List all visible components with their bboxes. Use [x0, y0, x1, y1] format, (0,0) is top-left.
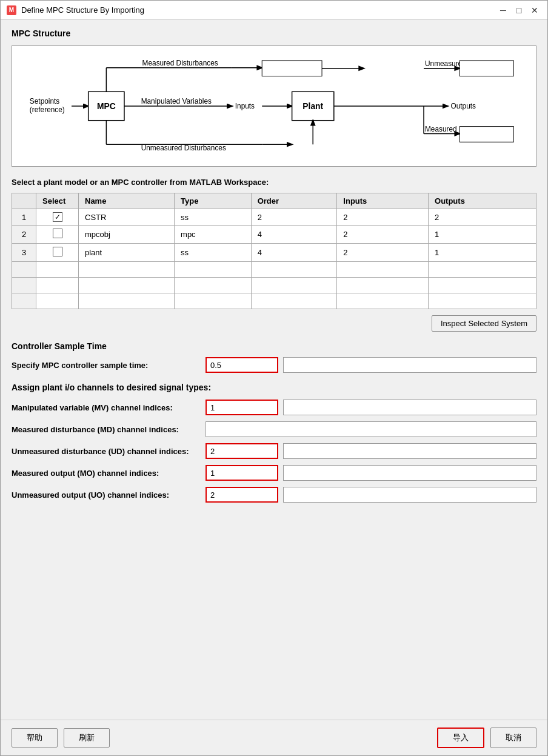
svg-text:Measured Disturbances: Measured Disturbances	[142, 59, 218, 67]
svg-text:Outputs: Outputs	[450, 102, 476, 110]
uo-input-rest	[283, 487, 536, 503]
col-header-outputs: Outputs	[429, 193, 536, 209]
row-2-inputs: 2	[337, 226, 429, 244]
svg-rect-31	[459, 61, 513, 76]
uo-label: Unmeasured output (UO) channel indices:	[12, 490, 206, 500]
mv-channel-row: Manipulated variable (MV) channel indice…	[12, 400, 536, 415]
mo-label: Measured output (MO) channel indices:	[12, 469, 206, 478]
row-1-name: CSTR	[79, 209, 175, 226]
md-input[interactable]	[206, 421, 536, 437]
app-icon: M	[7, 5, 16, 15]
uo-input[interactable]	[206, 487, 278, 503]
diagram-svg: Setpoints (reference) MPC Measured Distu	[22, 56, 526, 156]
row-2-select[interactable]	[36, 226, 79, 244]
workspace-table: Select Name Type Order Inputs Outputs 1 …	[12, 193, 536, 309]
row-1-inputs: 2	[337, 209, 429, 226]
cancel-button[interactable]: 取消	[490, 728, 536, 748]
row-2-num: 2	[12, 226, 36, 244]
row-3-type: ss	[175, 244, 252, 262]
md-channel-row: Measured disturbance (MD) channel indice…	[12, 421, 536, 437]
main-content: MPC Structure Setpoints (reference) MPC	[1, 20, 547, 720]
row-2-outputs: 1	[429, 226, 536, 244]
bottom-right-buttons: 导入 取消	[437, 728, 536, 748]
col-header-order: Order	[251, 193, 337, 209]
row-2-order: 4	[251, 226, 337, 244]
col-header-name: Name	[79, 193, 175, 209]
mo-input-rest	[283, 465, 536, 481]
assign-label: Assign plant i/o channels to desired sig…	[12, 383, 536, 392]
help-button[interactable]: 帮助	[12, 728, 58, 748]
row-2-type: mpc	[175, 226, 252, 244]
table-row: 3 plant ss 4 2 1	[12, 244, 536, 262]
row-1-type: ss	[175, 209, 252, 226]
ud-channel-row: Unmeasured disturbance (UD) channel indi…	[12, 443, 536, 459]
ud-input[interactable]	[206, 443, 278, 459]
row-1-select[interactable]: ✓	[36, 209, 79, 226]
svg-text:Plant: Plant	[302, 101, 323, 111]
svg-text:(reference): (reference)	[30, 105, 65, 114]
mv-input[interactable]	[206, 400, 278, 415]
workspace-label: Select a plant model or an MPC controlle…	[12, 178, 536, 187]
row-3-num: 3	[12, 244, 36, 262]
row-3-name: plant	[79, 244, 175, 262]
sample-time-title: Controller Sample Time	[12, 341, 536, 351]
sample-time-section: Controller Sample Time Specify MPC contr…	[12, 341, 536, 373]
maximize-button[interactable]: □	[512, 4, 526, 17]
row-3-order: 4	[251, 244, 337, 262]
refresh-button[interactable]: 刷新	[64, 728, 110, 748]
diagram-area: Setpoints (reference) MPC Measured Distu	[12, 45, 536, 167]
table-row: 1 ✓ CSTR ss 2 2 2	[12, 209, 536, 226]
bottom-bar: 帮助 刷新 导入 取消	[1, 720, 547, 755]
row-1-outputs: 2	[429, 209, 536, 226]
col-header-num	[12, 193, 36, 209]
svg-text:Measured: Measured	[425, 125, 457, 133]
mpc-structure-title: MPC Structure	[12, 28, 536, 38]
mo-channel-row: Measured output (MO) channel indices:	[12, 465, 536, 481]
title-bar: M Define MPC Structure By Importing ─ □ …	[1, 1, 547, 20]
row-3-select[interactable]	[36, 244, 79, 262]
col-header-inputs: Inputs	[337, 193, 429, 209]
row-1-order: 2	[251, 209, 337, 226]
inspect-btn-row: Inspect Selected System	[12, 315, 536, 332]
col-header-select: Select	[36, 193, 79, 209]
import-button[interactable]: 导入	[437, 728, 484, 748]
checkbox-unchecked-3[interactable]	[53, 247, 62, 256]
md-label: Measured disturbance (MD) channel indice…	[12, 425, 206, 434]
uo-channel-row: Unmeasured output (UO) channel indices:	[12, 487, 536, 503]
svg-text:Setpoints: Setpoints	[30, 97, 59, 105]
ud-input-rest	[283, 443, 536, 459]
sample-time-label: Specify MPC controller sample time:	[12, 361, 206, 370]
svg-text:MPC: MPC	[97, 101, 116, 111]
checkbox-checked-1[interactable]: ✓	[53, 212, 62, 222]
row-2-name: mpcobj	[79, 226, 175, 244]
table-row-empty	[12, 278, 536, 293]
ud-label: Unmeasured disturbance (UD) channel indi…	[12, 447, 206, 456]
sample-time-input[interactable]	[206, 357, 278, 373]
sample-time-row: Specify MPC controller sample time:	[12, 357, 536, 373]
svg-text:Unmeasured Disturbances: Unmeasured Disturbances	[141, 144, 226, 152]
svg-text:Inputs: Inputs	[235, 102, 255, 110]
col-header-type: Type	[175, 193, 252, 209]
window-controls: ─ □ ✕	[496, 4, 541, 17]
mv-input-rest	[283, 400, 536, 415]
checkbox-unchecked-2[interactable]	[53, 229, 62, 238]
window-title: Define MPC Structure By Importing	[21, 5, 144, 15]
row-3-outputs: 1	[429, 244, 536, 262]
inspect-selected-system-button[interactable]: Inspect Selected System	[432, 315, 536, 332]
row-1-num: 1	[12, 209, 36, 226]
svg-rect-9	[262, 61, 322, 76]
bottom-left-buttons: 帮助 刷新	[12, 728, 110, 748]
svg-rect-32	[459, 127, 513, 142]
mv-label: Manipulated variable (MV) channel indice…	[12, 403, 206, 412]
table-row: 2 mpcobj mpc 4 2 1	[12, 226, 536, 244]
close-button[interactable]: ✕	[528, 4, 541, 17]
table-row-empty	[12, 262, 536, 278]
mo-input[interactable]	[206, 465, 278, 481]
minimize-button[interactable]: ─	[496, 4, 510, 17]
row-3-inputs: 2	[337, 244, 429, 262]
table-row-empty	[12, 293, 536, 309]
main-window: M Define MPC Structure By Importing ─ □ …	[0, 0, 548, 756]
svg-text:Manipulated Variables: Manipulated Variables	[141, 97, 212, 105]
title-bar-left: M Define MPC Structure By Importing	[7, 5, 144, 15]
